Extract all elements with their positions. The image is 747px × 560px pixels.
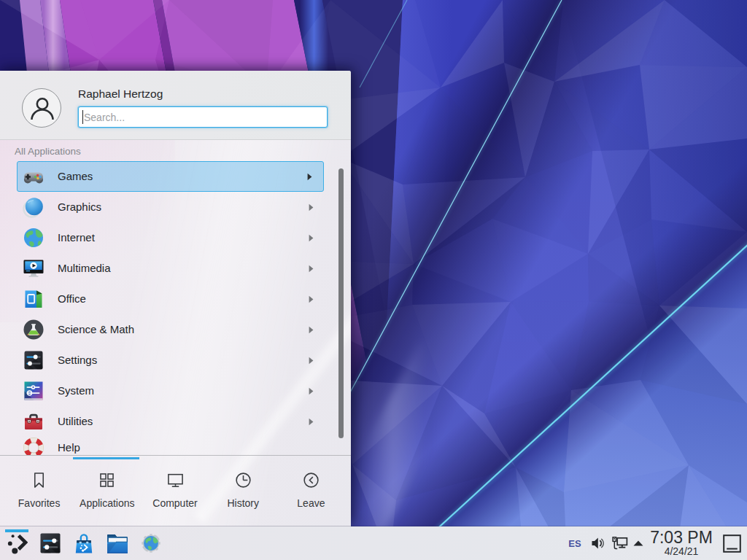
- category-label: Settings: [58, 345, 97, 376]
- tab-history[interactable]: History: [209, 462, 277, 526]
- tab-applications[interactable]: Applications: [73, 462, 141, 526]
- science-flask-icon: [22, 318, 45, 341]
- category-label: Office: [58, 284, 86, 314]
- lifebuoy-icon: [22, 436, 45, 455]
- office-icon: [22, 287, 45, 311]
- globe-icon: [22, 226, 45, 249]
- globe-gear-icon: [142, 534, 161, 553]
- search-input[interactable]: [79, 107, 327, 127]
- category-row-science-math[interactable]: Science & Math: [17, 314, 324, 345]
- user-icon: [22, 88, 63, 129]
- submenu-arrow-icon: [309, 357, 314, 365]
- active-task-indicator: [5, 529, 28, 532]
- submenu-arrow-icon: [309, 326, 314, 334]
- multimedia-icon: [22, 257, 45, 280]
- software-bag-icon: [74, 533, 94, 554]
- task-file-manager[interactable]: [101, 526, 134, 560]
- volume-icon[interactable]: [589, 526, 607, 560]
- category-row-help[interactable]: Help: [17, 432, 324, 455]
- text-caret: [82, 110, 83, 124]
- launcher-header: Raphael Hertzog: [0, 71, 351, 140]
- task-settings-manager[interactable]: [34, 526, 67, 560]
- keyboard-layout-indicator[interactable]: ES: [564, 526, 586, 560]
- taskbar-panel: ES: [0, 526, 747, 560]
- settings-icon: [22, 349, 45, 372]
- category-label: Help: [58, 432, 80, 455]
- category-row-office[interactable]: Office: [17, 284, 324, 314]
- category-row-internet[interactable]: Internet: [17, 222, 324, 253]
- user-name: Raphael Hertzog: [78, 88, 163, 101]
- separator: [0, 455, 351, 456]
- clock-icon: [234, 471, 252, 489]
- tab-favorites[interactable]: Favorites: [5, 462, 73, 526]
- category-row-games[interactable]: Games: [17, 161, 324, 192]
- task-web-browser[interactable]: [134, 526, 168, 560]
- leave-icon: [302, 471, 320, 489]
- clock-date: 4/24/21: [665, 546, 699, 556]
- scrollbar-thumb[interactable]: [338, 168, 344, 438]
- application-category-list: Games Graphics Internet Multimedia Offic…: [0, 140, 351, 455]
- gamepad-icon: [22, 165, 45, 188]
- bookmark-icon: [30, 471, 48, 489]
- category-label: Graphics: [58, 192, 101, 222]
- graphics-sphere-icon: [22, 195, 45, 219]
- tab-computer[interactable]: Computer: [141, 462, 209, 526]
- category-row-graphics[interactable]: Graphics: [17, 192, 324, 222]
- caret-up-icon[interactable]: [631, 526, 646, 560]
- task-software-center[interactable]: [67, 526, 101, 560]
- category-row-multimedia[interactable]: Multimedia: [17, 253, 324, 284]
- category-label: System: [58, 376, 94, 406]
- submenu-arrow-icon: [307, 173, 312, 181]
- tab-label: Favorites: [5, 497, 73, 509]
- network-icon[interactable]: [611, 526, 630, 560]
- show-desktop-icon[interactable]: [722, 526, 742, 560]
- category-label: Internet: [58, 222, 95, 253]
- digital-clock[interactable]: 7:03 PM 4/24/21: [648, 526, 715, 560]
- tab-label: Applications: [73, 497, 141, 509]
- tab-label: Computer: [141, 497, 209, 509]
- active-tab-indicator: [73, 457, 139, 459]
- submenu-arrow-icon: [309, 203, 314, 211]
- category-row-system[interactable]: System: [17, 376, 324, 406]
- submenu-arrow-icon: [309, 418, 314, 426]
- desktop: Raphael Hertzog All Applications Games G…: [0, 0, 747, 560]
- category-row-settings[interactable]: Settings: [17, 345, 324, 376]
- kali-menu-icon: [6, 533, 28, 555]
- folder-blue-icon: [107, 533, 129, 554]
- monitor-icon: [166, 471, 185, 489]
- tab-label: Leave: [277, 497, 345, 509]
- system-icon: [22, 379, 45, 402]
- submenu-arrow-icon: [309, 265, 314, 273]
- application-launcher-popup: Raphael Hertzog All Applications Games G…: [0, 71, 351, 526]
- tab-leave[interactable]: Leave: [277, 462, 345, 526]
- tab-label: History: [209, 497, 277, 509]
- submenu-arrow-icon: [309, 234, 314, 242]
- settings-dark-icon: [40, 533, 61, 553]
- category-label: Science & Math: [58, 314, 134, 345]
- category-label: Multimedia: [58, 253, 111, 284]
- search-box: [78, 106, 328, 128]
- submenu-arrow-icon: [309, 387, 314, 395]
- app-launcher-button[interactable]: [0, 526, 34, 560]
- user-avatar[interactable]: [22, 88, 61, 128]
- tab-bar: Favorites Applications Computer History …: [5, 462, 345, 526]
- app-grid-icon: [98, 471, 116, 489]
- task-manager: [34, 526, 168, 560]
- toolbox-icon: [22, 410, 45, 433]
- category-label: Games: [58, 162, 93, 191]
- submenu-arrow-icon: [309, 295, 314, 303]
- clock-time: 7:03 PM: [650, 531, 713, 545]
